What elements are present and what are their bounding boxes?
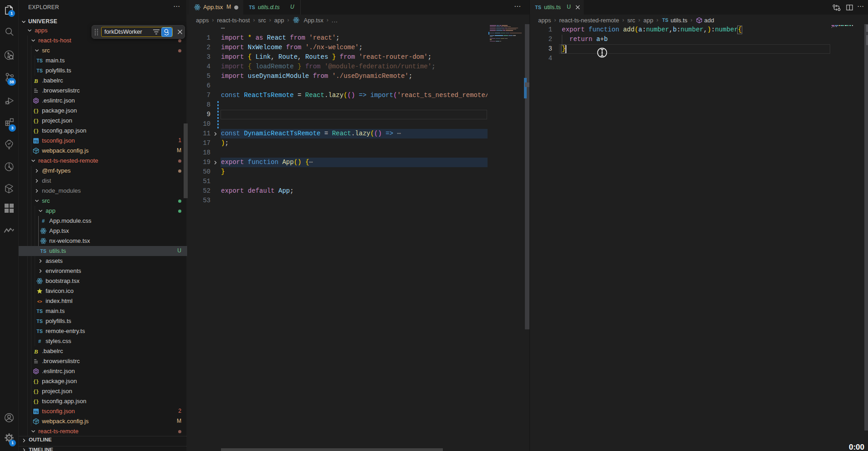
svg-text:TS: TS	[36, 58, 42, 63]
svg-text:TS: TS	[535, 5, 541, 10]
svg-text:B: B	[34, 348, 38, 355]
svg-text:B: B	[34, 77, 38, 84]
svg-text:{}: {}	[33, 109, 39, 114]
svg-text:{}: {}	[33, 119, 39, 124]
svg-text:TS: TS	[36, 308, 42, 314]
svg-text:TS: TS	[36, 68, 42, 73]
svg-text:TS: TS	[34, 139, 38, 144]
svg-text:TS: TS	[36, 318, 42, 324]
svg-text:{}: {}	[33, 379, 39, 384]
svg-text:#: #	[38, 338, 41, 344]
svg-text:TS: TS	[662, 17, 668, 23]
svg-text:TS: TS	[36, 328, 42, 334]
svg-text:{}: {}	[33, 400, 39, 405]
svg-text:<>: <>	[37, 299, 42, 304]
svg-text:TS: TS	[34, 410, 38, 414]
svg-text:TS: TS	[40, 248, 46, 254]
svg-text:{}: {}	[33, 129, 39, 134]
svg-text:#: #	[42, 218, 45, 224]
svg-text:{}: {}	[33, 390, 39, 395]
